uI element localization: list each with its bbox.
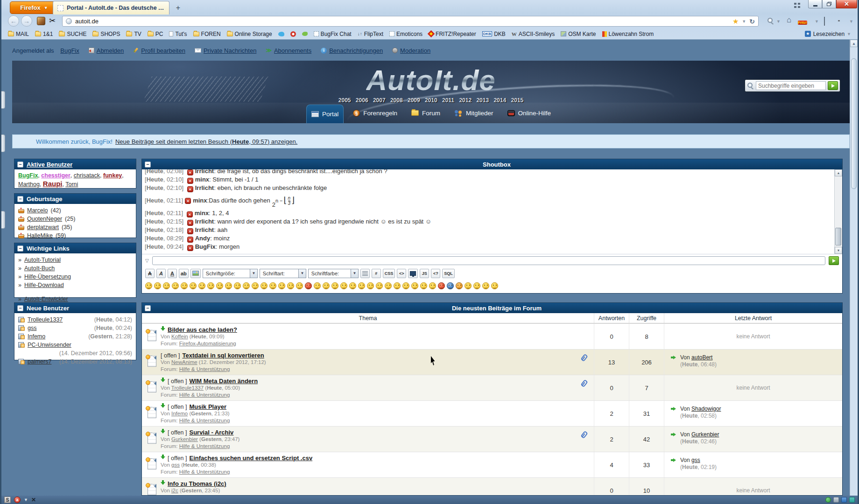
scroll-up-icon[interactable]: ▲ [835,169,842,176]
neutral-smiley-icon[interactable] [385,282,392,289]
userbar-link-pencil[interactable]: Profil bearbeiten [133,47,185,54]
laugh-smiley-icon[interactable] [261,282,268,289]
url-bar[interactable]: autoit.de ★ ▼ ↻ [62,16,759,27]
user-link[interactable]: Raupi [43,180,63,188]
autoit-icon[interactable]: a [14,497,21,503]
search-input[interactable] [756,81,826,90]
smile-smiley-icon[interactable] [243,282,250,289]
code-button[interactable]: CSS [383,269,395,278]
justify-icon[interactable] [360,269,370,278]
userbar-link-label[interactable]: Benachrichtigungen [329,47,383,54]
update-icon[interactable] [825,497,831,503]
edge-tab[interactable] [1,91,5,109]
delete-icon[interactable]: × [187,211,193,217]
love-smiley-icon[interactable] [252,282,259,289]
new-user-link[interactable]: Infemo [28,333,45,341]
tray-icon[interactable] [849,497,855,503]
shout-username[interactable]: minx [195,176,209,183]
shoutbox-input[interactable] [152,256,825,265]
smile-smiley-icon[interactable] [314,282,321,289]
addon-dropdown-icon[interactable]: ▼ [849,19,853,24]
userbar-link-label[interactable]: Private Nachrichten [204,47,256,54]
font-select-2[interactable]: Schriftfarbe:▼ [308,269,359,278]
shock-smiley-icon[interactable] [367,282,374,289]
party-smiley-icon[interactable] [172,282,179,289]
new-tab-button[interactable]: + [172,3,184,13]
smile-smiley-icon[interactable] [491,282,498,289]
image-icon[interactable] [190,269,201,278]
forum-link[interactable]: Hilfe & Unterstützung [179,418,230,423]
author-link[interactable]: Koffein [171,334,188,339]
new-posts-link[interactable]: Neue Beiträge seit deinem letzten Besuch… [115,138,297,145]
search-dropdown-icon[interactable]: ▼ [776,19,781,24]
delete-icon[interactable]: × [187,237,193,243]
userbar-link-label[interactable]: Profil bearbeiten [141,47,185,54]
bookmark-item[interactable]: 1&1 [35,31,53,37]
nav-item-online-hilfe[interactable]: Online-Hilfe [503,103,556,123]
wink-smiley-icon[interactable] [207,282,214,289]
topic-title-link[interactable]: Bilder aus cache laden? [168,326,237,333]
author-link[interactable]: i2c [171,488,178,493]
bookmark-item[interactable]: FOREN [193,31,221,37]
active-users-title[interactable]: Aktive Benutzer [27,161,72,168]
cool-smiley-icon[interactable] [358,282,365,289]
network-icon[interactable] [833,497,839,503]
font-select-0[interactable]: Schriftgröße:▼ [203,269,258,278]
bookmark-item[interactable]: Emoticons [389,31,422,37]
scroll-down-icon[interactable]: ▼ [835,247,842,254]
code-button[interactable]: # [372,269,381,278]
delete-icon[interactable]: × [185,198,191,204]
code-button[interactable]: <> [397,269,406,278]
collapse-icon[interactable]: − [145,305,151,311]
firefox-menu-button[interactable]: Firefox▼ [10,1,58,14]
nav-item-mitglieder[interactable]: Mitglieder [450,103,498,123]
author-link[interactable]: gss [171,462,180,468]
bookmark-item[interactable] [290,31,296,37]
cool-smiley-icon[interactable] [482,282,489,289]
username-link[interactable]: BugFix [60,47,79,54]
userbar-link-label[interactable]: Abmelden [97,47,124,54]
grin-smiley-icon[interactable] [163,282,170,289]
restore-button[interactable] [822,0,836,8]
shout-username[interactable]: minx [195,210,209,217]
bookmark-item[interactable]: ↓↑FlipText [358,31,383,37]
party-smiley-icon[interactable] [473,282,480,289]
shout-username[interactable]: Irrlicht [195,226,214,233]
topic-title-link[interactable]: Info zu Tbomas (i2c) [168,480,226,487]
user-link[interactable]: chrisatack [74,172,100,179]
smile-smiley-icon[interactable] [145,282,152,289]
page-scrollbar[interactable]: ▲ ▼ [850,40,858,504]
birthday-user-link[interactable]: HalleMike [27,232,53,240]
question-smiley-icon[interactable] [447,282,454,289]
last-author-link[interactable]: Gurkenbier [691,431,719,438]
edge-tab[interactable] [1,134,5,152]
bookmark-star-icon[interactable]: ★ [732,17,739,26]
bookmark-item[interactable]: FRITZ!Repeater [429,31,476,37]
shout-username[interactable]: Andy [195,235,211,242]
collapse-icon[interactable]: − [145,161,151,168]
shout-username[interactable]: Irrlicht [195,218,214,225]
smile-smiley-icon[interactable] [465,282,472,289]
new-user-link[interactable]: PC-Unwissender [28,341,71,349]
birthday-user-link[interactable]: Marcelo [27,207,48,215]
money-smiley-icon[interactable] [154,282,161,289]
italic-icon[interactable]: A [156,269,166,278]
topic-title-link[interactable]: Einfaches suchen und ersetzen Script .cs… [189,455,312,462]
search-submit-button[interactable] [828,81,838,90]
back-button[interactable]: ← [8,15,19,27]
author-link[interactable]: Gurkenbier [171,436,198,442]
code-button[interactable]: JS [420,269,429,278]
site-identity-icon[interactable] [66,18,72,24]
smile-smiley-icon[interactable] [376,282,383,289]
shout-username[interactable]: BugFix [195,243,216,250]
wink-smiley-icon[interactable] [340,282,347,289]
smile-smiley-icon[interactable] [420,282,427,289]
scrollbar-thumb[interactable] [835,228,841,245]
shoutbox-send-button[interactable] [829,256,839,265]
laugh-smiley-icon[interactable] [429,282,436,289]
minimize-button[interactable] [808,0,822,8]
nav-item-portal[interactable]: Portal [306,105,344,123]
scroll-up-icon[interactable]: ▲ [850,40,858,47]
scite-icon[interactable]: S [4,497,11,503]
url-dropdown-icon[interactable]: ▼ [742,19,746,24]
